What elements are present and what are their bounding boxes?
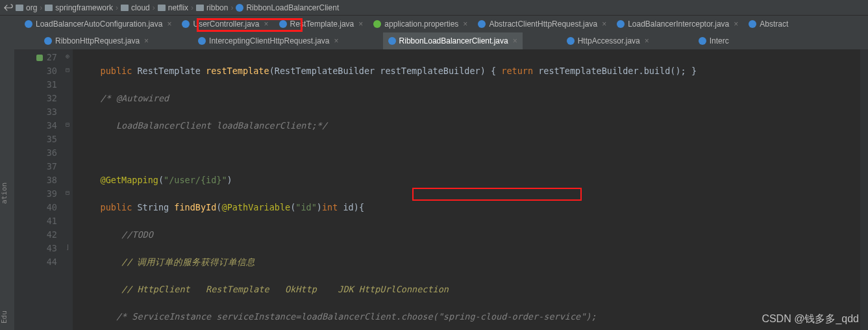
close-icon[interactable]: × bbox=[734, 19, 738, 29]
tab-file[interactable]: LoadBalancerInterceptor.java× bbox=[612, 16, 743, 32]
editor-tabs-row2: RibbonHttpRequest.java× InterceptingClie… bbox=[0, 32, 868, 49]
code-line: // HttpClient RestTemplate OkHttp JDK Ht… bbox=[79, 283, 697, 296]
code-line: public RestTemplate restTemplate(RestTem… bbox=[79, 64, 697, 78]
side-tool-tabs[interactable]: Edu ation bbox=[0, 49, 14, 330]
breadcrumb: org› springframework› cloud› netflix› ri… bbox=[0, 0, 868, 16]
code-line: /* ServiceInstance serviceInstance=loadB… bbox=[79, 310, 697, 324]
code-line: //TODO bbox=[79, 228, 697, 242]
folder-icon bbox=[45, 5, 53, 11]
java-file-icon bbox=[388, 37, 396, 45]
tab-file[interactable]: RibbonHttpRequest.java× bbox=[39, 32, 154, 49]
code-editor[interactable]: Edu ation 27 303132333435363738394041424… bbox=[0, 49, 868, 330]
line-gutter[interactable]: 27 303132333435363738394041424344 bbox=[14, 49, 62, 330]
folder-icon bbox=[121, 5, 129, 11]
annotation-box bbox=[197, 18, 303, 32]
close-icon[interactable]: × bbox=[144, 36, 149, 45]
code-line: // 调用订单的服务获得订单信息 bbox=[79, 255, 697, 269]
java-file-icon bbox=[567, 37, 575, 45]
close-icon[interactable]: × bbox=[463, 19, 467, 29]
tab-file[interactable]: application.properties× bbox=[368, 16, 473, 32]
close-icon[interactable]: × bbox=[513, 36, 517, 45]
back-icon[interactable] bbox=[4, 3, 13, 12]
tab-file-active[interactable]: RibbonLoadBalancerClient.java× bbox=[383, 32, 523, 49]
vertical-scrollbar[interactable] bbox=[860, 49, 868, 330]
tab-file[interactable]: HttpAccessor.java× bbox=[562, 32, 654, 49]
java-file-icon bbox=[25, 20, 32, 28]
code-line: /* @Autowired bbox=[79, 92, 697, 105]
breadcrumb-class[interactable]: RibbonLoadBalancerClient bbox=[236, 3, 339, 12]
code-line: LoadBalancerClient loadBalancerClient;*/ bbox=[79, 119, 697, 133]
chevron-right-icon: › bbox=[116, 3, 118, 12]
override-icon[interactable] bbox=[36, 55, 43, 61]
tab-file[interactable]: InterceptingClientHttpRequest.java× bbox=[193, 32, 343, 49]
folder-icon bbox=[196, 5, 204, 11]
code-line: @GetMapping("/user/{id}") bbox=[79, 173, 697, 187]
breadcrumb-item[interactable]: org bbox=[16, 3, 37, 12]
close-icon[interactable]: × bbox=[167, 19, 171, 29]
code-line: public String findById(@PathVariable("id… bbox=[79, 201, 697, 214]
java-file-icon bbox=[749, 20, 756, 28]
chevron-right-icon: › bbox=[191, 3, 193, 12]
close-icon[interactable]: × bbox=[334, 36, 339, 45]
breadcrumb-item[interactable]: netflix bbox=[158, 3, 188, 12]
java-file-icon bbox=[182, 20, 190, 28]
breadcrumb-item[interactable]: cloud bbox=[121, 3, 150, 12]
breadcrumb-item[interactable]: ribbon bbox=[196, 3, 228, 12]
close-icon[interactable]: × bbox=[645, 36, 649, 45]
close-icon[interactable]: × bbox=[602, 19, 606, 29]
tab-file[interactable]: Abstract bbox=[743, 16, 793, 32]
breadcrumb-item[interactable]: springframework bbox=[45, 3, 113, 12]
watermark-text: CSDN @钱多多_qdd bbox=[762, 312, 859, 326]
fold-column[interactable]: ⊕⊟⊟⊟⌋ bbox=[62, 49, 73, 330]
properties-file-icon bbox=[373, 20, 381, 28]
folder-icon bbox=[16, 5, 23, 11]
java-file-icon bbox=[44, 37, 52, 45]
chevron-right-icon: › bbox=[153, 3, 155, 12]
tab-file[interactable]: Interc bbox=[693, 32, 734, 49]
close-icon[interactable]: × bbox=[358, 19, 363, 29]
editor-tabs-row1: LoadBalancerAutoConfiguration.java× User… bbox=[0, 16, 868, 32]
tab-file[interactable]: LoadBalancerAutoConfiguration.java× bbox=[19, 16, 177, 32]
java-file-icon bbox=[699, 37, 706, 45]
tab-file[interactable]: AbstractClientHttpRequest.java× bbox=[473, 16, 612, 32]
chevron-right-icon: › bbox=[230, 3, 233, 12]
java-file-icon bbox=[617, 20, 625, 28]
folder-icon bbox=[158, 5, 166, 11]
annotation-box bbox=[412, 188, 582, 201]
side-tab[interactable]: Edu bbox=[0, 311, 14, 324]
code-content[interactable]: public RestTemplate restTemplate(RestTem… bbox=[73, 49, 697, 330]
class-icon bbox=[236, 4, 243, 12]
code-line bbox=[79, 146, 697, 160]
side-tab[interactable]: ation bbox=[0, 183, 14, 204]
java-file-icon bbox=[478, 20, 486, 28]
chevron-right-icon: › bbox=[40, 3, 42, 12]
java-file-icon bbox=[198, 37, 206, 45]
